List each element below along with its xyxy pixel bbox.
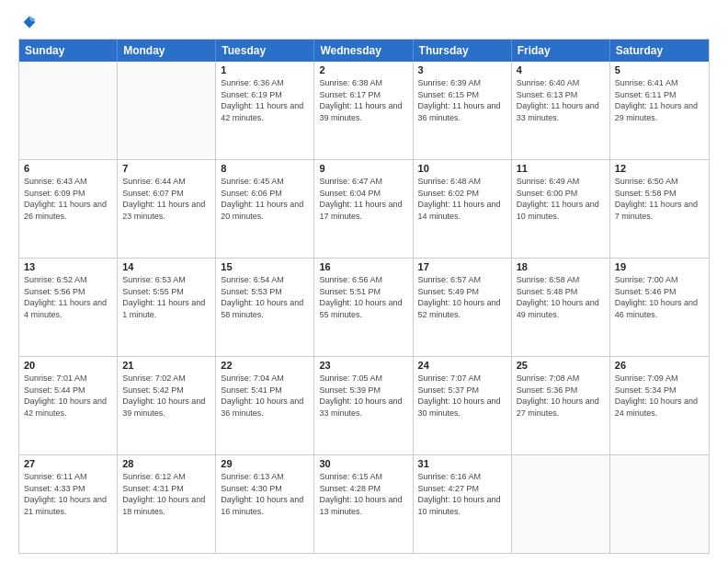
day-number: 29 xyxy=(221,458,309,469)
day-number: 27 xyxy=(24,458,112,469)
calendar-cell: 4Sunrise: 6:40 AM Sunset: 6:13 PM Daylig… xyxy=(512,62,610,159)
calendar-cell xyxy=(512,455,610,553)
calendar-cell: 5Sunrise: 6:41 AM Sunset: 6:11 PM Daylig… xyxy=(610,62,709,159)
calendar-header: SundayMondayTuesdayWednesdayThursdayFrid… xyxy=(19,40,709,62)
calendar-cell xyxy=(19,62,118,159)
calendar-cell xyxy=(610,455,709,553)
cell-info: Sunrise: 7:09 AM Sunset: 5:34 PM Dayligh… xyxy=(615,373,704,419)
calendar-cell: 1Sunrise: 6:36 AM Sunset: 6:19 PM Daylig… xyxy=(216,62,314,159)
cell-info: Sunrise: 6:11 AM Sunset: 4:33 PM Dayligh… xyxy=(24,471,112,517)
logo-icon xyxy=(22,15,37,29)
calendar-cell: 13Sunrise: 6:52 AM Sunset: 5:56 PM Dayli… xyxy=(19,259,118,356)
day-number: 10 xyxy=(418,163,506,174)
calendar-body: 1Sunrise: 6:36 AM Sunset: 6:19 PM Daylig… xyxy=(19,62,709,553)
cell-info: Sunrise: 7:04 AM Sunset: 5:41 PM Dayligh… xyxy=(221,373,309,419)
day-number: 2 xyxy=(319,64,407,75)
calendar-cell: 2Sunrise: 6:38 AM Sunset: 6:17 PM Daylig… xyxy=(314,62,413,159)
cell-info: Sunrise: 6:38 AM Sunset: 6:17 PM Dayligh… xyxy=(319,77,407,123)
weekday-header: Tuesday xyxy=(216,40,314,62)
day-number: 13 xyxy=(24,261,112,272)
calendar-cell: 8Sunrise: 6:45 AM Sunset: 6:06 PM Daylig… xyxy=(216,160,314,258)
weekday-header: Saturday xyxy=(610,40,709,62)
calendar-cell: 29Sunrise: 6:13 AM Sunset: 4:30 PM Dayli… xyxy=(216,455,314,553)
day-number: 8 xyxy=(221,163,309,174)
page: SundayMondayTuesdayWednesdayThursdayFrid… xyxy=(0,0,728,563)
day-number: 20 xyxy=(24,360,112,371)
cell-info: Sunrise: 6:43 AM Sunset: 6:09 PM Dayligh… xyxy=(24,176,112,222)
cell-info: Sunrise: 6:12 AM Sunset: 4:31 PM Dayligh… xyxy=(122,471,210,517)
day-number: 17 xyxy=(418,261,506,272)
calendar: SundayMondayTuesdayWednesdayThursdayFrid… xyxy=(18,39,710,554)
cell-info: Sunrise: 6:15 AM Sunset: 4:28 PM Dayligh… xyxy=(319,471,407,517)
cell-info: Sunrise: 6:58 AM Sunset: 5:48 PM Dayligh… xyxy=(517,274,605,320)
cell-info: Sunrise: 6:13 AM Sunset: 4:30 PM Dayligh… xyxy=(221,471,309,517)
calendar-row: 20Sunrise: 7:01 AM Sunset: 5:44 PM Dayli… xyxy=(19,356,709,454)
calendar-cell: 30Sunrise: 6:15 AM Sunset: 4:28 PM Dayli… xyxy=(314,455,413,553)
weekday-header: Wednesday xyxy=(314,40,413,62)
cell-info: Sunrise: 6:41 AM Sunset: 6:11 PM Dayligh… xyxy=(615,77,704,123)
calendar-cell: 21Sunrise: 7:02 AM Sunset: 5:42 PM Dayli… xyxy=(118,357,216,454)
calendar-cell: 9Sunrise: 6:47 AM Sunset: 6:04 PM Daylig… xyxy=(314,160,413,258)
cell-info: Sunrise: 6:49 AM Sunset: 6:00 PM Dayligh… xyxy=(517,176,605,222)
calendar-cell: 6Sunrise: 6:43 AM Sunset: 6:09 PM Daylig… xyxy=(19,160,118,258)
day-number: 21 xyxy=(122,360,210,371)
day-number: 19 xyxy=(615,261,704,272)
day-number: 30 xyxy=(319,458,407,469)
cell-info: Sunrise: 6:53 AM Sunset: 5:55 PM Dayligh… xyxy=(122,274,210,320)
cell-info: Sunrise: 7:00 AM Sunset: 5:46 PM Dayligh… xyxy=(615,274,704,320)
cell-info: Sunrise: 6:52 AM Sunset: 5:56 PM Dayligh… xyxy=(24,274,112,320)
calendar-row: 1Sunrise: 6:36 AM Sunset: 6:19 PM Daylig… xyxy=(19,62,709,159)
cell-info: Sunrise: 6:39 AM Sunset: 6:15 PM Dayligh… xyxy=(418,77,506,123)
day-number: 22 xyxy=(221,360,309,371)
calendar-cell: 16Sunrise: 6:56 AM Sunset: 5:51 PM Dayli… xyxy=(314,259,413,356)
calendar-row: 13Sunrise: 6:52 AM Sunset: 5:56 PM Dayli… xyxy=(19,258,709,356)
day-number: 7 xyxy=(122,163,210,174)
cell-info: Sunrise: 6:50 AM Sunset: 5:58 PM Dayligh… xyxy=(615,176,704,222)
cell-info: Sunrise: 6:56 AM Sunset: 5:51 PM Dayligh… xyxy=(319,274,407,320)
calendar-cell: 7Sunrise: 6:44 AM Sunset: 6:07 PM Daylig… xyxy=(118,160,216,258)
calendar-cell: 12Sunrise: 6:50 AM Sunset: 5:58 PM Dayli… xyxy=(610,160,709,258)
calendar-cell xyxy=(118,62,216,159)
cell-info: Sunrise: 6:54 AM Sunset: 5:53 PM Dayligh… xyxy=(221,274,309,320)
header xyxy=(18,15,710,29)
day-number: 9 xyxy=(319,163,407,174)
day-number: 4 xyxy=(517,64,605,75)
calendar-cell: 24Sunrise: 7:07 AM Sunset: 5:37 PM Dayli… xyxy=(414,357,512,454)
calendar-cell: 23Sunrise: 7:05 AM Sunset: 5:39 PM Dayli… xyxy=(314,357,413,454)
calendar-cell: 25Sunrise: 7:08 AM Sunset: 5:36 PM Dayli… xyxy=(512,357,610,454)
calendar-row: 6Sunrise: 6:43 AM Sunset: 6:09 PM Daylig… xyxy=(19,159,709,258)
calendar-cell: 19Sunrise: 7:00 AM Sunset: 5:46 PM Dayli… xyxy=(610,259,709,356)
day-number: 16 xyxy=(319,261,407,272)
calendar-cell: 20Sunrise: 7:01 AM Sunset: 5:44 PM Dayli… xyxy=(19,357,118,454)
day-number: 26 xyxy=(615,360,704,371)
day-number: 28 xyxy=(122,458,210,469)
calendar-cell: 3Sunrise: 6:39 AM Sunset: 6:15 PM Daylig… xyxy=(414,62,512,159)
day-number: 6 xyxy=(24,163,112,174)
weekday-header: Sunday xyxy=(19,40,118,62)
day-number: 25 xyxy=(517,360,605,371)
calendar-cell: 11Sunrise: 6:49 AM Sunset: 6:00 PM Dayli… xyxy=(512,160,610,258)
cell-info: Sunrise: 6:36 AM Sunset: 6:19 PM Dayligh… xyxy=(221,77,309,123)
cell-info: Sunrise: 7:02 AM Sunset: 5:42 PM Dayligh… xyxy=(122,373,210,419)
calendar-cell: 18Sunrise: 6:58 AM Sunset: 5:48 PM Dayli… xyxy=(512,259,610,356)
day-number: 15 xyxy=(221,261,309,272)
cell-info: Sunrise: 6:40 AM Sunset: 6:13 PM Dayligh… xyxy=(517,77,605,123)
weekday-header: Thursday xyxy=(414,40,512,62)
cell-info: Sunrise: 6:45 AM Sunset: 6:06 PM Dayligh… xyxy=(221,176,309,222)
day-number: 31 xyxy=(418,458,506,469)
calendar-cell: 27Sunrise: 6:11 AM Sunset: 4:33 PM Dayli… xyxy=(19,455,118,553)
day-number: 3 xyxy=(418,64,506,75)
calendar-cell: 31Sunrise: 6:16 AM Sunset: 4:27 PM Dayli… xyxy=(414,455,512,553)
cell-info: Sunrise: 6:48 AM Sunset: 6:02 PM Dayligh… xyxy=(418,176,506,222)
day-number: 14 xyxy=(122,261,210,272)
day-number: 11 xyxy=(517,163,605,174)
day-number: 23 xyxy=(319,360,407,371)
day-number: 18 xyxy=(517,261,605,272)
cell-info: Sunrise: 6:47 AM Sunset: 6:04 PM Dayligh… xyxy=(319,176,407,222)
weekday-header: Friday xyxy=(512,40,610,62)
day-number: 24 xyxy=(418,360,506,371)
calendar-cell: 14Sunrise: 6:53 AM Sunset: 5:55 PM Dayli… xyxy=(118,259,216,356)
cell-info: Sunrise: 7:05 AM Sunset: 5:39 PM Dayligh… xyxy=(319,373,407,419)
day-number: 5 xyxy=(615,64,704,75)
cell-info: Sunrise: 7:07 AM Sunset: 5:37 PM Dayligh… xyxy=(418,373,506,419)
